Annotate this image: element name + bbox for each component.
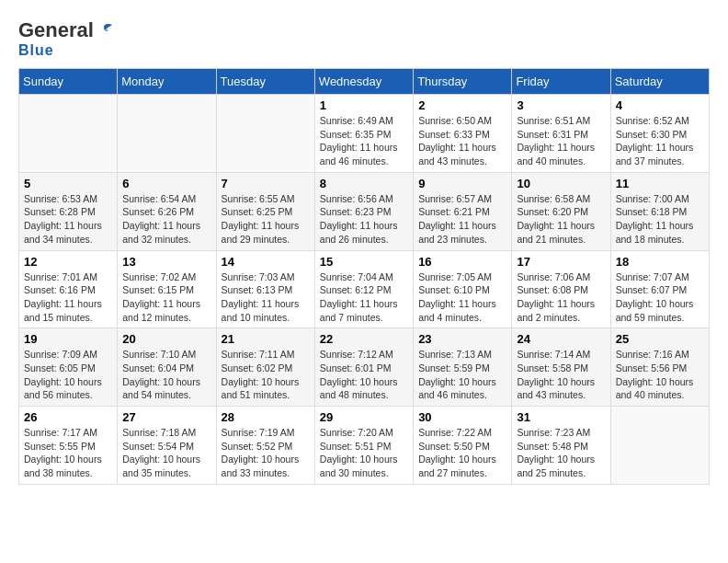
logo-bird-icon [96,21,114,40]
calendar-cell [610,407,709,485]
day-info: Sunrise: 7:09 AM Sunset: 6:05 PM Dayligh… [24,348,112,402]
day-info: Sunrise: 7:05 AM Sunset: 6:10 PM Dayligh… [418,270,506,325]
day-info: Sunrise: 7:13 AM Sunset: 5:59 PM Dayligh… [418,348,506,402]
calendar-cell: 31Sunrise: 7:23 AM Sunset: 5:48 PM Dayli… [512,407,610,485]
day-info: Sunrise: 7:23 AM Sunset: 5:48 PM Dayligh… [517,426,605,480]
day-info: Sunrise: 7:14 AM Sunset: 5:58 PM Dayligh… [517,348,605,402]
day-number: 16 [418,255,506,269]
day-header-wednesday: Wednesday [314,69,413,95]
calendar-cell: 17Sunrise: 7:06 AM Sunset: 6:08 PM Dayli… [512,250,610,328]
day-info: Sunrise: 7:20 AM Sunset: 5:51 PM Dayligh… [320,426,408,480]
day-number: 20 [122,332,210,346]
calendar-cell: 1Sunrise: 6:49 AM Sunset: 6:35 PM Daylig… [314,95,413,173]
calendar-cell: 15Sunrise: 7:04 AM Sunset: 6:12 PM Dayli… [314,250,413,328]
week-row-4: 19Sunrise: 7:09 AM Sunset: 6:05 PM Dayli… [19,328,710,407]
day-number: 23 [418,332,506,346]
calendar-cell: 3Sunrise: 6:51 AM Sunset: 6:31 PM Daylig… [512,95,610,173]
logo-blue: Blue [18,42,54,59]
calendar-cell: 24Sunrise: 7:14 AM Sunset: 5:58 PM Dayli… [512,328,610,407]
calendar-cell: 4Sunrise: 6:52 AM Sunset: 6:30 PM Daylig… [610,95,709,173]
day-info: Sunrise: 7:19 AM Sunset: 5:52 PM Dayligh… [222,426,310,480]
day-number: 26 [24,410,112,424]
logo-general: General [18,18,94,42]
day-number: 14 [222,255,310,269]
day-number: 24 [517,332,605,346]
day-number: 22 [320,332,408,346]
calendar-cell [216,95,314,173]
calendar-cell: 30Sunrise: 7:22 AM Sunset: 5:50 PM Dayli… [414,407,512,485]
calendar-cell: 11Sunrise: 7:00 AM Sunset: 6:18 PM Dayli… [610,172,709,250]
day-number: 28 [222,410,310,424]
week-row-1: 1Sunrise: 6:49 AM Sunset: 6:35 PM Daylig… [19,95,710,173]
day-info: Sunrise: 7:06 AM Sunset: 6:08 PM Dayligh… [517,270,605,325]
calendar-cell: 2Sunrise: 6:50 AM Sunset: 6:33 PM Daylig… [414,95,512,173]
day-info: Sunrise: 6:49 AM Sunset: 6:35 PM Dayligh… [320,114,408,168]
day-number: 3 [517,98,605,112]
page-header: General Blue [18,18,710,59]
calendar-cell: 16Sunrise: 7:05 AM Sunset: 6:10 PM Dayli… [414,250,512,328]
day-info: Sunrise: 6:57 AM Sunset: 6:21 PM Dayligh… [418,192,506,247]
day-header-tuesday: Tuesday [216,69,314,95]
day-info: Sunrise: 6:58 AM Sunset: 6:20 PM Dayligh… [517,192,605,247]
calendar-cell: 13Sunrise: 7:02 AM Sunset: 6:15 PM Dayli… [118,250,216,328]
day-info: Sunrise: 7:12 AM Sunset: 6:01 PM Dayligh… [320,348,408,402]
day-number: 8 [320,177,408,190]
day-number: 4 [616,98,704,112]
calendar-cell: 26Sunrise: 7:17 AM Sunset: 5:55 PM Dayli… [19,407,118,485]
day-number: 5 [24,177,112,190]
day-info: Sunrise: 7:03 AM Sunset: 6:13 PM Dayligh… [222,270,310,325]
day-header-saturday: Saturday [610,69,709,95]
calendar-cell: 21Sunrise: 7:11 AM Sunset: 6:02 PM Dayli… [216,328,314,407]
calendar-cell: 9Sunrise: 6:57 AM Sunset: 6:21 PM Daylig… [414,172,512,250]
calendar-cell: 22Sunrise: 7:12 AM Sunset: 6:01 PM Dayli… [314,328,413,407]
day-number: 2 [418,98,506,112]
calendar-cell: 8Sunrise: 6:56 AM Sunset: 6:23 PM Daylig… [314,172,413,250]
day-info: Sunrise: 7:04 AM Sunset: 6:12 PM Dayligh… [320,270,408,325]
day-number: 18 [616,255,704,269]
day-number: 10 [517,177,605,190]
calendar-cell: 27Sunrise: 7:18 AM Sunset: 5:54 PM Dayli… [118,407,216,485]
day-info: Sunrise: 7:16 AM Sunset: 5:56 PM Dayligh… [616,348,704,402]
day-info: Sunrise: 6:53 AM Sunset: 6:28 PM Dayligh… [24,192,112,247]
day-info: Sunrise: 7:10 AM Sunset: 6:04 PM Dayligh… [122,348,210,402]
day-number: 11 [616,177,704,190]
calendar-cell: 20Sunrise: 7:10 AM Sunset: 6:04 PM Dayli… [118,328,216,407]
calendar-cell: 18Sunrise: 7:07 AM Sunset: 6:07 PM Dayli… [610,250,709,328]
day-info: Sunrise: 7:07 AM Sunset: 6:07 PM Dayligh… [616,270,704,325]
day-info: Sunrise: 6:56 AM Sunset: 6:23 PM Dayligh… [320,192,408,247]
day-number: 7 [222,177,310,190]
day-header-thursday: Thursday [414,69,512,95]
calendar-cell: 6Sunrise: 6:54 AM Sunset: 6:26 PM Daylig… [118,172,216,250]
day-header-monday: Monday [118,69,216,95]
day-header-friday: Friday [512,69,610,95]
day-number: 15 [320,255,408,269]
calendar-cell [19,95,118,173]
calendar-cell: 23Sunrise: 7:13 AM Sunset: 5:59 PM Dayli… [414,328,512,407]
day-number: 19 [24,332,112,346]
day-info: Sunrise: 7:01 AM Sunset: 6:16 PM Dayligh… [24,270,112,325]
day-number: 9 [418,177,506,190]
day-number: 27 [122,410,210,424]
day-info: Sunrise: 7:02 AM Sunset: 6:15 PM Dayligh… [122,270,210,325]
calendar-cell: 12Sunrise: 7:01 AM Sunset: 6:16 PM Dayli… [19,250,118,328]
day-info: Sunrise: 6:55 AM Sunset: 6:25 PM Dayligh… [222,192,310,247]
day-info: Sunrise: 6:50 AM Sunset: 6:33 PM Dayligh… [418,114,506,168]
week-row-3: 12Sunrise: 7:01 AM Sunset: 6:16 PM Dayli… [19,250,710,328]
calendar-cell: 14Sunrise: 7:03 AM Sunset: 6:13 PM Dayli… [216,250,314,328]
day-number: 1 [320,98,408,112]
calendar-cell: 10Sunrise: 6:58 AM Sunset: 6:20 PM Dayli… [512,172,610,250]
day-header-sunday: Sunday [19,69,118,95]
day-info: Sunrise: 7:17 AM Sunset: 5:55 PM Dayligh… [24,426,112,480]
day-info: Sunrise: 7:18 AM Sunset: 5:54 PM Dayligh… [122,426,210,480]
days-header-row: SundayMondayTuesdayWednesdayThursdayFrid… [19,69,710,95]
week-row-2: 5Sunrise: 6:53 AM Sunset: 6:28 PM Daylig… [19,172,710,250]
logo: General Blue [18,18,114,59]
calendar-cell: 25Sunrise: 7:16 AM Sunset: 5:56 PM Dayli… [610,328,709,407]
day-info: Sunrise: 6:51 AM Sunset: 6:31 PM Dayligh… [517,114,605,168]
calendar-cell: 5Sunrise: 6:53 AM Sunset: 6:28 PM Daylig… [19,172,118,250]
day-number: 17 [517,255,605,269]
day-info: Sunrise: 6:52 AM Sunset: 6:30 PM Dayligh… [616,114,704,168]
day-number: 25 [616,332,704,346]
calendar-cell: 28Sunrise: 7:19 AM Sunset: 5:52 PM Dayli… [216,407,314,485]
calendar-cell: 19Sunrise: 7:09 AM Sunset: 6:05 PM Dayli… [19,328,118,407]
